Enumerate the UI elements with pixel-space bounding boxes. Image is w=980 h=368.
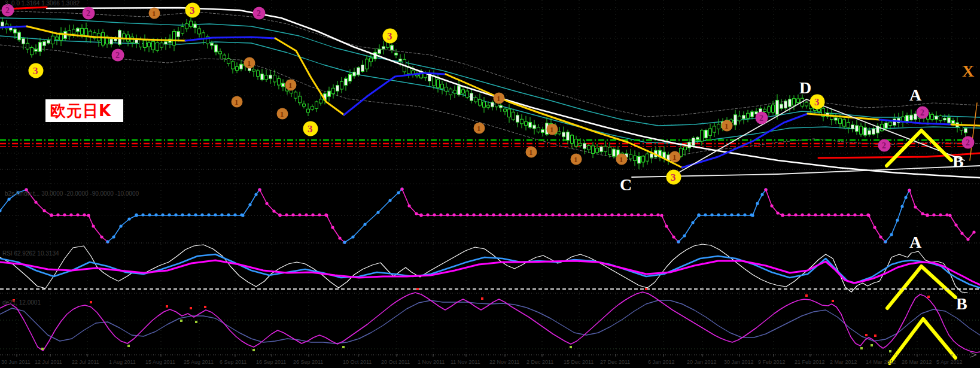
semaphore-2-label: 2 xyxy=(115,51,120,60)
semaphore-3-label: 3 xyxy=(190,5,195,16)
panel1-dot xyxy=(743,213,746,216)
candle-body xyxy=(35,49,38,51)
semaphore-1-label: 1 xyxy=(529,148,533,157)
ma-trend-yellow xyxy=(275,38,344,115)
panel1-dot xyxy=(577,213,580,216)
time-axis-label: 5 Apr 2012 xyxy=(936,359,963,365)
panel1-dot xyxy=(904,196,907,199)
panel1-zigzag xyxy=(89,215,108,242)
candle-body xyxy=(139,39,142,47)
panel1-zigzag xyxy=(260,190,280,215)
candle-body xyxy=(717,124,720,129)
panel1-dot xyxy=(498,213,501,216)
panel1-dot xyxy=(119,224,122,227)
panel1-dot xyxy=(896,218,899,221)
candle-body xyxy=(856,126,859,132)
panel1-dot xyxy=(419,213,422,216)
panel1-dot xyxy=(214,213,217,216)
panel1-dot xyxy=(325,214,328,217)
candle-body xyxy=(784,101,787,108)
panel1-zigzag xyxy=(678,215,699,242)
panel1-dot xyxy=(558,213,561,216)
candle-body xyxy=(39,42,42,51)
panel1-dot xyxy=(42,209,45,212)
ma-slow-white xyxy=(47,8,980,178)
candle-body xyxy=(361,65,364,71)
time-axis-label: 6 Jan 2012 xyxy=(648,359,675,365)
time-axis-label: 1 Nov 2011 xyxy=(418,359,445,365)
panel1-dot xyxy=(272,209,275,212)
panel1-dot xyxy=(426,213,429,216)
candle-body xyxy=(906,115,909,121)
panel1-dot xyxy=(298,213,301,216)
time-axis-label: 22 Jul 2011 xyxy=(72,359,99,365)
panel1-dot xyxy=(92,224,95,227)
panel1-dot xyxy=(672,235,675,238)
candle-body xyxy=(211,43,214,45)
candle-body xyxy=(458,86,461,95)
candle-body xyxy=(780,104,783,108)
panel1-dot xyxy=(665,224,668,227)
ma-trend-blue xyxy=(185,37,275,41)
candle-body xyxy=(257,71,260,76)
panel1-dot xyxy=(710,213,713,216)
panel1-dot xyxy=(148,213,151,216)
white-trendline xyxy=(675,99,806,175)
candle-body xyxy=(399,59,402,61)
panel1-dot xyxy=(604,213,607,216)
candle-body xyxy=(575,139,578,147)
panel1-dot xyxy=(100,235,103,238)
panel1-dot xyxy=(879,235,882,238)
panel2-indicator-label: RSI 62.9262 10.3134 xyxy=(2,250,59,257)
candle-body xyxy=(696,137,699,139)
candle-body xyxy=(152,41,155,50)
pair-label: 欧元日K xyxy=(45,99,123,122)
candle-body xyxy=(504,109,507,111)
candle-body xyxy=(860,126,863,134)
candle-body xyxy=(315,102,318,108)
candle-body xyxy=(738,116,741,121)
panel1-dot xyxy=(564,213,567,216)
panel1-dot xyxy=(801,213,804,216)
panel1-dot xyxy=(730,213,733,216)
semaphore-3-label: 3 xyxy=(308,123,313,135)
candle-body xyxy=(588,145,591,150)
panel1-dot xyxy=(187,213,190,216)
panel3-sell-dot xyxy=(204,306,206,308)
candle-body xyxy=(236,66,239,70)
panel1-zigzag xyxy=(950,215,974,239)
candle-body xyxy=(818,109,821,111)
panel1-dot xyxy=(932,213,935,216)
semaphore-3-label: 3 xyxy=(671,172,676,183)
panel1-dot xyxy=(873,226,876,229)
candle-body xyxy=(512,112,515,120)
panel1-dot xyxy=(254,193,257,196)
candle-body xyxy=(529,122,532,127)
candle-body xyxy=(307,109,310,112)
wave-letter-X: X xyxy=(962,62,974,80)
trading-chart-surface[interactable]: 333333111111111111122222222DABCXAB3, 0.0… xyxy=(0,0,980,368)
panel1-dot xyxy=(717,213,720,216)
panel1-dot xyxy=(397,191,400,194)
candle-body xyxy=(646,154,649,161)
candle-body xyxy=(483,102,486,107)
time-axis-label: 2 Dec 2011 xyxy=(526,359,553,365)
panel1-zigzag xyxy=(909,190,927,215)
panel1-dot xyxy=(584,213,587,216)
candle-body xyxy=(110,39,113,44)
time-axis-label: 15 Aug 2011 xyxy=(145,359,175,365)
panel3-sell-dot xyxy=(865,334,868,336)
panel1-dot xyxy=(847,213,850,216)
time-axis-label: 16 Sep 2011 xyxy=(256,359,286,365)
candle-body xyxy=(600,147,603,151)
panel2-line-magenta xyxy=(0,260,980,285)
chart-canvas[interactable]: 333333111111111111122222222DABCXAB3, 0.0… xyxy=(0,0,980,368)
candle-body xyxy=(872,129,875,134)
panel1-dot xyxy=(571,213,574,216)
panel1-dot xyxy=(637,213,640,216)
semaphore-1-label: 1 xyxy=(497,94,501,103)
candle-body xyxy=(516,115,519,122)
panel1-dot xyxy=(285,213,288,216)
panel3-buy-dot xyxy=(342,346,345,348)
candle-body xyxy=(265,75,268,80)
